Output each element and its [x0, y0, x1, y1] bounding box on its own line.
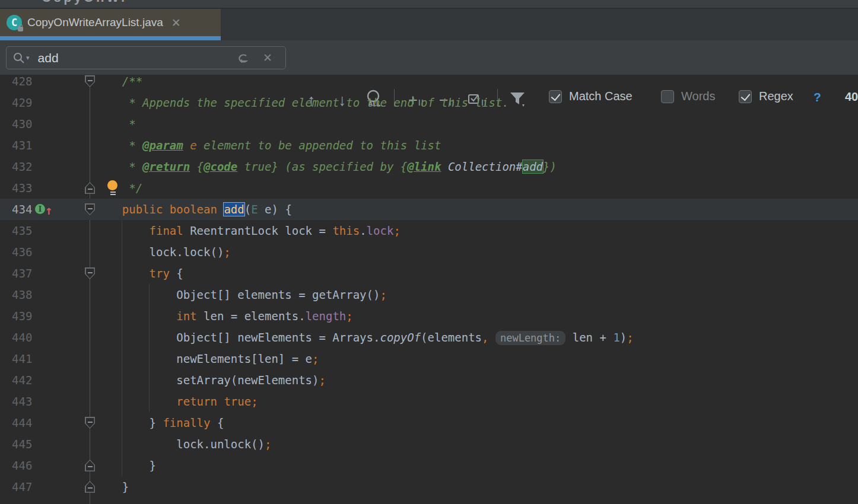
line-number: 438	[12, 284, 32, 305]
java-class-icon: C	[7, 15, 22, 30]
code-text: * Appends the specified element to the e…	[95, 92, 509, 113]
fold-marker-icon[interactable]	[85, 203, 95, 215]
line-number: 440	[12, 327, 32, 348]
code-text: Object[] elements = getArray();	[95, 284, 387, 305]
code-line-440[interactable]: 440 Object[] newElements = Arrays.copyOf…	[0, 327, 858, 348]
code-line-445[interactable]: 445 lock.unlock();	[0, 433, 858, 455]
code-text: *	[95, 113, 136, 135]
line-number: 431	[12, 135, 32, 156]
line-number: 428	[12, 75, 32, 92]
tab-title: CopyOnWriteArrayList.java	[27, 16, 163, 29]
line-number: 430	[12, 113, 32, 135]
code-line-441[interactable]: 441 newElements[len] = e;	[0, 348, 858, 369]
line-number: 448	[12, 497, 32, 504]
code-text: Object[] newElements = Arrays.copyOf(ele…	[95, 327, 634, 349]
lock-badge-icon	[18, 27, 23, 31]
code-line-433[interactable]: 433 */	[0, 177, 858, 199]
code-text: * @return {@code true} (as specified by …	[95, 156, 557, 177]
active-tab-underline	[0, 36, 221, 40]
code-line-442[interactable]: 442 setArray(newElements);	[0, 369, 858, 391]
code-line-436[interactable]: 436 lock.lock();	[0, 241, 858, 263]
line-number: 429	[12, 92, 32, 113]
line-number: 442	[12, 369, 32, 391]
history-arrow-icon[interactable]	[234, 50, 250, 66]
code-text: * @param e element to be appended to thi…	[95, 135, 441, 156]
chevron-down-icon[interactable]: ▾	[26, 54, 30, 62]
code-line-430[interactable]: 430 *	[0, 113, 858, 135]
fold-marker-icon[interactable]	[85, 417, 95, 429]
code-text: final ReentrantLock lock = this.lock;	[95, 220, 401, 241]
code-line-443[interactable]: 443 return true;	[0, 391, 858, 412]
fold-marker-icon[interactable]	[85, 75, 95, 87]
code-line-432[interactable]: 432 * @return {@code true} (as specified…	[0, 156, 858, 177]
line-number: 432	[12, 156, 32, 177]
line-number: 447	[12, 476, 32, 497]
search-query-text[interactable]: add	[38, 51, 235, 65]
fold-marker-icon[interactable]	[85, 460, 95, 471]
code-line-435[interactable]: 435 final ReentrantLock lock = this.lock…	[0, 220, 858, 241]
code-text: } finally {	[95, 412, 224, 433]
code-text: lock.unlock();	[95, 433, 271, 455]
implementing-method-icon[interactable]: I	[35, 204, 45, 214]
code-editor[interactable]: 428 /**429 * Appends the specified eleme…	[0, 75, 858, 504]
tab-copyonwritearraylist[interactable]: C CopyOnWriteArrayList.java ✕	[0, 9, 221, 36]
editor-tab-bar: C CopyOnWriteArrayList.java ✕	[0, 9, 858, 40]
line-number: 435	[12, 220, 32, 241]
line-number: 439	[12, 305, 32, 327]
line-number: 437	[12, 263, 32, 284]
code-line-446[interactable]: 446 }	[0, 455, 858, 476]
line-number: 445	[12, 433, 32, 455]
fold-marker-icon[interactable]	[85, 481, 95, 493]
line-number: 436	[12, 241, 32, 263]
code-line-439[interactable]: 439 int len = elements.length;	[0, 305, 858, 327]
line-number: 444	[12, 412, 32, 433]
code-text: /**	[95, 75, 142, 92]
code-line-429[interactable]: 429 * Appends the specified element to t…	[0, 92, 858, 113]
code-line-431[interactable]: 431 * @param e element to be appended to…	[0, 135, 858, 156]
code-text: setArray(newElements);	[95, 369, 326, 391]
window-top-strip: CopyOnWr	[0, 0, 858, 8]
code-text: return true;	[95, 391, 258, 412]
fold-marker-icon[interactable]	[85, 267, 95, 279]
code-text: }	[95, 455, 156, 476]
fold-marker-icon[interactable]	[85, 182, 95, 194]
code-text: */	[95, 177, 142, 199]
line-number: 441	[12, 348, 32, 369]
code-line-448[interactable]: 448	[0, 497, 858, 504]
code-text: try {	[95, 263, 183, 284]
find-toolbar: ▾ add ✕ ↑ ↓ ALL +II −II II Match CaseWor…	[0, 40, 858, 75]
code-text: lock.lock();	[95, 241, 231, 263]
code-line-447[interactable]: 447 }	[0, 476, 858, 497]
code-lines: 428 /**429 * Appends the specified eleme…	[0, 75, 858, 504]
search-input[interactable]: ▾ add ✕	[6, 46, 286, 69]
clipped-breadcrumb-text: CopyOnWr	[42, 0, 128, 5]
line-number: 443	[12, 391, 32, 412]
line-number: 446	[12, 455, 32, 476]
code-line-438[interactable]: 438 Object[] elements = getArray();	[0, 284, 858, 305]
line-number: 433	[12, 177, 32, 199]
code-line-428[interactable]: 428 /**	[0, 75, 858, 92]
code-line-434[interactable]: 434I↑ public boolean add(E e) {	[0, 199, 858, 220]
code-text: int len = elements.length;	[95, 305, 353, 327]
line-number: 434	[12, 199, 32, 220]
code-text: }	[95, 476, 129, 497]
code-line-444[interactable]: 444 } finally {	[0, 412, 858, 433]
code-line-437[interactable]: 437 try {	[0, 263, 858, 284]
clear-icon[interactable]: ✕	[263, 51, 272, 65]
tab-close-icon[interactable]: ✕	[171, 16, 181, 30]
code-text: newElements[len] = e;	[95, 348, 319, 369]
search-icon[interactable]	[12, 52, 26, 65]
override-up-arrow-icon[interactable]: ↑	[45, 200, 53, 221]
code-text: public boolean add(E e) {	[95, 199, 292, 220]
